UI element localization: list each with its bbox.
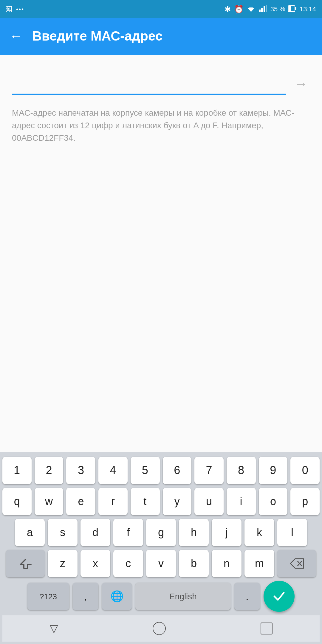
status-left: 🖼 ••• [6, 5, 24, 13]
key-o[interactable]: o [258, 488, 287, 515]
key-w[interactable]: w [34, 488, 63, 515]
key-l[interactable]: l [277, 519, 307, 546]
key-b[interactable]: b [179, 550, 209, 577]
mac-address-input[interactable] [12, 73, 286, 95]
key-c[interactable]: c [113, 550, 143, 577]
key-z[interactable]: z [48, 550, 78, 577]
key-f[interactable]: f [113, 519, 143, 546]
key-g[interactable]: g [146, 519, 176, 546]
key-x[interactable]: x [80, 550, 110, 577]
nav-home[interactable] [153, 622, 166, 635]
key-0[interactable]: 0 [291, 457, 320, 484]
wifi-icon [247, 5, 256, 13]
time-display: 13:14 [300, 5, 316, 13]
key-y[interactable]: y [162, 488, 191, 515]
status-right: ✱ ⏰ 35 % [225, 4, 316, 13]
key-p[interactable]: p [291, 488, 320, 515]
key-4[interactable]: 4 [98, 457, 127, 484]
globe-key[interactable]: 🌐 [102, 583, 132, 610]
nav-recent[interactable] [260, 623, 272, 634]
zxcv-row: z x c v b n m [2, 550, 320, 577]
input-row: → [12, 73, 310, 95]
comma-key[interactable]: , [73, 583, 98, 610]
key-a[interactable]: a [15, 519, 45, 546]
key-r[interactable]: r [98, 488, 127, 515]
key-1[interactable]: 1 [2, 457, 31, 484]
dot-key[interactable]: . [234, 583, 260, 610]
nav-back[interactable]: ▽ [50, 622, 58, 635]
svg-rect-2 [259, 10, 261, 12]
photo-icon: 🖼 [6, 5, 13, 13]
key-d[interactable]: d [80, 519, 110, 546]
key-h[interactable]: h [179, 519, 209, 546]
key-6[interactable]: 6 [162, 457, 191, 484]
key-n[interactable]: n [212, 550, 242, 577]
enter-key[interactable] [264, 581, 295, 612]
key-8[interactable]: 8 [227, 457, 256, 484]
back-button[interactable]: ← [10, 29, 23, 44]
page-title: Введите МАС-адрес [32, 29, 162, 44]
key-u[interactable]: u [194, 488, 223, 515]
app-bar: ← Введите МАС-адрес [0, 18, 322, 55]
shift-key[interactable] [6, 550, 45, 577]
asdf-row: a s d f g h j k l [2, 519, 320, 546]
delete-key[interactable] [277, 550, 316, 577]
key-i[interactable]: i [227, 488, 256, 515]
bluetooth-icon: ✱ [225, 4, 231, 13]
key-q[interactable]: q [2, 488, 31, 515]
key-t[interactable]: t [131, 488, 160, 515]
signal-icon [259, 5, 267, 13]
key-7[interactable]: 7 [194, 457, 223, 484]
dots-icon: ••• [16, 6, 24, 12]
key-k[interactable]: k [244, 519, 274, 546]
qwerty-row: q w e r t y u i o p [2, 488, 320, 515]
svg-rect-8 [289, 6, 292, 11]
hint-text: МАС-адрес напечатан на корпусе камеры и … [12, 107, 310, 144]
key-2[interactable]: 2 [34, 457, 63, 484]
key-v[interactable]: v [146, 550, 176, 577]
alarm-icon: ⏰ [234, 4, 244, 13]
key-3[interactable]: 3 [66, 457, 95, 484]
svg-rect-4 [264, 6, 266, 12]
key-5[interactable]: 5 [131, 457, 160, 484]
submit-arrow[interactable]: → [292, 74, 310, 94]
key-e[interactable]: e [66, 488, 95, 515]
key-j[interactable]: j [212, 519, 242, 546]
status-bar: 🖼 ••• ✱ ⏰ 35 % [0, 0, 322, 18]
svg-rect-7 [295, 7, 297, 10]
battery-text: 35 % [270, 5, 285, 13]
battery-icon [288, 5, 297, 13]
nav-bar: ▽ [2, 615, 320, 642]
bottom-row: ?123 , 🌐 English . [2, 581, 320, 612]
svg-rect-3 [261, 8, 263, 12]
keyboard: 1 2 3 4 5 6 7 8 9 0 q w e r t y u i o p … [0, 452, 322, 644]
svg-rect-5 [266, 5, 267, 12]
key-m[interactable]: m [244, 550, 274, 577]
key-s[interactable]: s [48, 519, 78, 546]
key-9[interactable]: 9 [258, 457, 287, 484]
space-key[interactable]: English [135, 583, 231, 610]
number-row: 1 2 3 4 5 6 7 8 9 0 [2, 457, 320, 484]
symbols-key[interactable]: ?123 [27, 583, 69, 610]
screen: 🖼 ••• ✱ ⏰ 35 % [0, 0, 322, 644]
